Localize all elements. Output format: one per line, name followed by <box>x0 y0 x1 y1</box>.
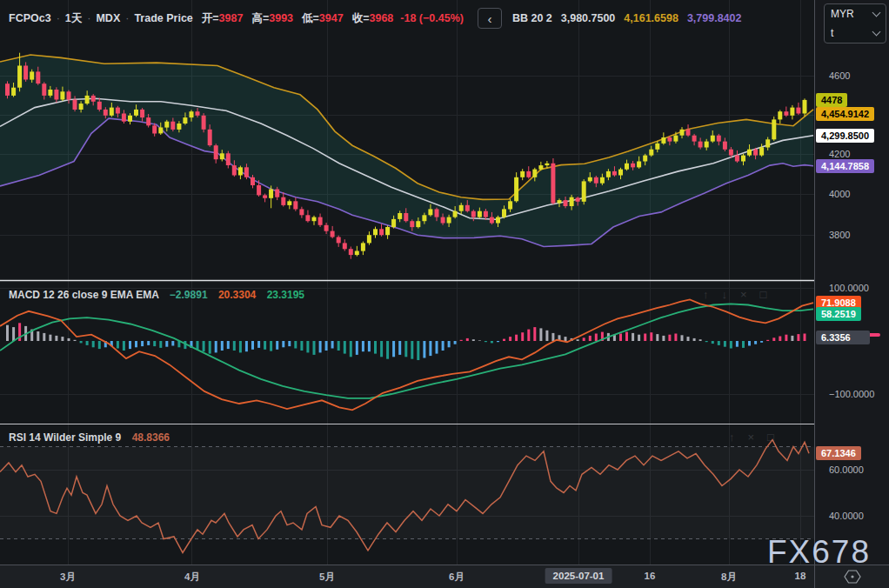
candle-body <box>196 111 200 116</box>
macd-histogram-bar <box>319 341 322 352</box>
price-axis[interactable]: 460042004000380044784,454.91424,299.8500… <box>815 0 889 565</box>
candle-body <box>741 156 745 162</box>
rsi-axis-tick-label: 60.0000 <box>829 464 864 475</box>
macd-histogram-bar <box>515 335 518 341</box>
macd-histogram-bar <box>61 337 64 341</box>
macd-histogram-bar <box>577 339 579 341</box>
rsi-pane-toolbar-icon-1[interactable]: × <box>748 431 755 444</box>
candle-body <box>753 150 758 156</box>
candle-body <box>367 235 371 243</box>
candle-body <box>637 162 641 168</box>
macd-histogram-bar <box>460 340 463 341</box>
candle-body <box>759 147 764 155</box>
candle-body <box>214 145 218 159</box>
macd-histogram-bar <box>545 331 548 341</box>
unit-dropdown[interactable]: t <box>825 23 886 43</box>
candle-body <box>202 116 206 130</box>
rsi-pane-toolbar-icon-0[interactable]: ↑ <box>729 431 735 444</box>
candle-body <box>538 165 543 170</box>
macd-histogram-bar <box>171 341 174 346</box>
interval-label[interactable]: 1天 <box>65 11 82 26</box>
candle-body <box>251 177 255 185</box>
macd-pane-toolbar-icon-3[interactable]: □ <box>760 288 767 301</box>
macd-histogram-bar <box>129 341 131 349</box>
macd-histogram-bar <box>411 341 413 359</box>
macd-histogram-bar <box>491 341 493 343</box>
candle-body <box>717 136 721 142</box>
candle-body <box>226 153 231 165</box>
macd-pane-toolbar-icon-2[interactable]: × <box>740 288 747 301</box>
macd-histogram-bar <box>521 332 524 341</box>
candle-body <box>410 221 414 227</box>
candle-body <box>705 142 709 148</box>
macd-axis-value-badge: 58.2519 <box>816 307 861 321</box>
candle-body <box>17 66 22 88</box>
candle-body <box>23 66 28 80</box>
time-axis-label: 16 <box>645 571 656 581</box>
macd-histogram-bar <box>681 335 684 341</box>
candle-body <box>673 136 678 142</box>
high-value: 3993 <box>269 12 293 24</box>
macd-histogram-bar <box>153 341 156 346</box>
rsi-pane-toolbar: ↑×□ <box>729 431 774 444</box>
macd-histogram-bar <box>436 341 438 354</box>
candle-body <box>778 111 782 119</box>
time-axis-label: 4月 <box>184 571 200 584</box>
candle-body <box>435 209 439 217</box>
time-axis-label: 8月 <box>721 571 737 584</box>
macd-histogram-bar <box>245 341 248 351</box>
macd-pane-toolbar-icon-1[interactable]: ↓ <box>722 288 728 301</box>
bb-indicator-title[interactable]: BB 20 2 <box>512 12 552 24</box>
candle-body <box>723 142 727 150</box>
symbol-name[interactable]: FCPOc3 <box>9 12 51 24</box>
time-axis[interactable]: 3月4月5月6月168月182025-07-01 <box>0 565 889 588</box>
candle-body <box>281 197 285 205</box>
macd-histogram-bar <box>766 340 769 341</box>
bb-lower-value: 3,799.8402 <box>687 12 742 24</box>
candle-body <box>508 201 512 209</box>
candle-body <box>532 170 537 177</box>
candle-body <box>747 150 752 156</box>
crosshair-date-badge: 2025-07-01 <box>545 568 612 584</box>
macd-histogram-bar <box>662 336 665 341</box>
candle-body <box>244 167 249 177</box>
macd-histogram-bar <box>656 334 658 341</box>
candle-body <box>618 170 623 176</box>
candle-body <box>67 91 71 99</box>
macd-histogram-bar <box>595 334 598 342</box>
candle-body <box>784 111 788 116</box>
candle-body <box>183 117 187 124</box>
candle-body <box>263 195 267 197</box>
rsi-indicator-title[interactable]: RSI 14 Wilder Simple 9 <box>9 431 121 444</box>
macd-indicator-title[interactable]: MACD 12 26 close 9 EMA EMA <box>9 289 159 301</box>
macd-histogram-bar <box>638 335 640 341</box>
currency-dropdown[interactable]: MYR <box>825 4 886 23</box>
candle-body <box>36 71 40 84</box>
candle-body <box>588 177 592 182</box>
candle-body <box>312 217 317 222</box>
candle-body <box>796 108 800 114</box>
candle-body <box>42 84 46 96</box>
macd-status-line: MACD 12 26 close 9 EMA EMA −2.9891 20.33… <box>9 289 304 301</box>
macd-histogram-bar <box>338 341 340 351</box>
candle-body <box>772 119 776 139</box>
rsi-pane-toolbar-icon-2[interactable]: □ <box>767 431 774 444</box>
candle-body <box>649 150 653 156</box>
fx678-watermark: FX678 <box>767 534 871 571</box>
candle-body <box>790 108 794 116</box>
macd-histogram-bar <box>693 338 696 341</box>
macd-histogram-bar <box>497 341 499 342</box>
candle-body <box>625 164 629 170</box>
candle-body <box>60 91 64 99</box>
back-button[interactable]: ‹ <box>478 8 502 29</box>
macd-histogram-bar <box>760 341 763 343</box>
macd-signal-value: 23.3195 <box>267 289 304 301</box>
separator-dot: · <box>57 12 60 24</box>
macd-histogram-bar <box>736 341 739 347</box>
candle-body <box>287 201 291 205</box>
change-value: -18 (−0.45%) <box>400 12 464 24</box>
macd-histogram-bar <box>533 327 536 341</box>
bb-upper-value: 4,161.6598 <box>624 12 678 24</box>
macd-histogram-bar <box>730 341 732 349</box>
macd-pane-toolbar-icon-0[interactable]: ↑ <box>703 288 709 301</box>
